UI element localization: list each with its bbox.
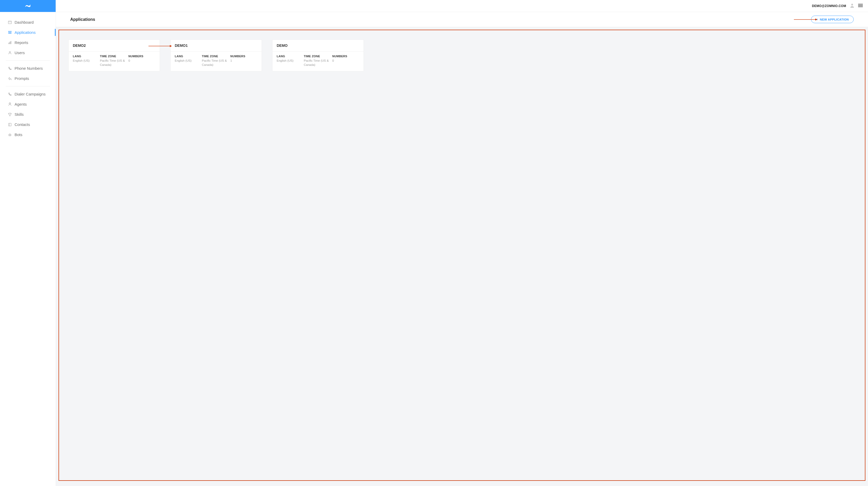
application-cards: DEMO2 LANG English (US) TIME ZONE Pacifi… bbox=[68, 39, 856, 71]
card-lang-value: English (US) bbox=[73, 59, 100, 63]
new-application-button[interactable]: + NEW APPLICATION bbox=[811, 16, 854, 23]
svg-marker-25 bbox=[170, 45, 172, 47]
svg-rect-6 bbox=[8, 33, 11, 34]
sidebar-item-label: Agents bbox=[14, 102, 27, 107]
card-title: DEMO2 bbox=[69, 40, 160, 52]
sidebar-item-label: Reports bbox=[14, 40, 28, 45]
sidebar-item-label: Dashboard bbox=[14, 20, 34, 25]
svg-point-15 bbox=[9, 135, 10, 135]
logo-bar[interactable] bbox=[0, 0, 56, 12]
sidebar-item-users[interactable]: Users bbox=[0, 48, 56, 58]
sidebar-item-reports[interactable]: Reports bbox=[0, 37, 56, 48]
user-email[interactable]: DEMO@ZOMNIO.COM bbox=[812, 4, 846, 8]
card-numbers-label: NUMBERS bbox=[128, 55, 155, 58]
sidebar-item-dialer-campaigns[interactable]: Dialer Campaigns bbox=[0, 89, 56, 99]
svg-point-11 bbox=[9, 103, 10, 104]
sidebar-item-label: Skills bbox=[14, 112, 24, 117]
application-card[interactable]: DEMO2 LANG English (US) TIME ZONE Pacifi… bbox=[68, 39, 160, 71]
svg-point-4 bbox=[11, 31, 12, 32]
annotation-arrow bbox=[149, 44, 172, 49]
card-body: LANG English (US) TIME ZONE Pacific Time… bbox=[69, 52, 160, 71]
avatar-icon[interactable] bbox=[850, 3, 855, 9]
svg-rect-8 bbox=[10, 42, 10, 44]
annotation-box bbox=[59, 30, 865, 481]
svg-point-18 bbox=[851, 4, 853, 5]
application-card[interactable]: DEMO1 LANG English (US) TIME ZONE Pacifi… bbox=[170, 39, 262, 71]
sidebar: Dashboard Applications Reports Users bbox=[0, 0, 56, 486]
application-card[interactable]: DEMO LANG English (US) TIME ZONE Pacific… bbox=[272, 39, 364, 71]
card-numbers-value: 0 bbox=[332, 59, 360, 63]
svg-rect-7 bbox=[8, 43, 9, 44]
new-application-label: NEW APPLICATION bbox=[820, 18, 849, 21]
card-lang-label: LANG bbox=[73, 55, 100, 58]
card-lang-value: English (US) bbox=[175, 59, 202, 63]
sidebar-item-label: Applications bbox=[14, 30, 36, 35]
sidebar-item-label: Bots bbox=[14, 132, 22, 137]
svg-rect-0 bbox=[8, 21, 11, 24]
card-lang-label: LANG bbox=[277, 55, 304, 58]
card-body: LANG English (US) TIME ZONE Pacific Time… bbox=[170, 52, 261, 71]
card-timezone-label: TIME ZONE bbox=[100, 55, 128, 58]
hamburger-menu-icon[interactable] bbox=[858, 4, 863, 8]
card-numbers-label: NUMBERS bbox=[230, 55, 257, 58]
card-lang-label: LANG bbox=[175, 55, 202, 58]
main: DEMO@ZOMNIO.COM Applications + NEW APPLI… bbox=[56, 0, 868, 486]
card-numbers-value: 1 bbox=[230, 59, 257, 63]
contacts-icon bbox=[8, 123, 12, 127]
trophy-icon bbox=[8, 112, 12, 117]
page-header: Applications + NEW APPLICATION bbox=[56, 12, 868, 27]
bots-icon bbox=[8, 133, 12, 137]
page-title: Applications bbox=[70, 17, 95, 22]
card-timezone-label: TIME ZONE bbox=[202, 55, 230, 58]
sidebar-item-dashboard[interactable]: Dashboard bbox=[0, 17, 56, 27]
sidebar-item-skills[interactable]: Skills bbox=[0, 109, 56, 119]
prompts-icon bbox=[8, 77, 12, 81]
sidebar-nav: Dashboard Applications Reports Users bbox=[0, 12, 56, 140]
svg-rect-9 bbox=[11, 41, 11, 44]
dashboard-icon bbox=[8, 20, 12, 25]
card-timezone-label: TIME ZONE bbox=[304, 55, 332, 58]
reports-icon bbox=[8, 40, 12, 45]
card-timezone-value: Pacific Time (US & Canada) bbox=[202, 59, 230, 67]
annotation-arrow bbox=[794, 17, 817, 22]
sidebar-item-bots[interactable]: Bots bbox=[0, 129, 56, 140]
card-numbers-label: NUMBERS bbox=[332, 55, 360, 58]
sidebar-item-label: Phone Numbers bbox=[14, 66, 43, 70]
sidebar-item-applications[interactable]: Applications bbox=[0, 27, 56, 37]
nav-divider bbox=[6, 60, 50, 61]
users-icon bbox=[8, 51, 12, 55]
card-title: DEMO1 bbox=[170, 40, 261, 52]
applications-icon bbox=[8, 30, 12, 35]
svg-marker-23 bbox=[815, 19, 817, 21]
card-lang-value: English (US) bbox=[277, 59, 304, 63]
card-timezone-value: Pacific Time (US & Canada) bbox=[100, 59, 128, 67]
svg-point-10 bbox=[9, 51, 10, 53]
svg-point-3 bbox=[9, 31, 10, 32]
card-body: LANG English (US) TIME ZONE Pacific Time… bbox=[273, 52, 364, 71]
phone-icon bbox=[8, 92, 12, 96]
sidebar-item-label: Contacts bbox=[14, 122, 30, 127]
card-numbers-value: 0 bbox=[128, 59, 155, 63]
sidebar-item-agents[interactable]: Agents bbox=[0, 99, 56, 109]
topbar: DEMO@ZOMNIO.COM bbox=[56, 0, 868, 12]
svg-rect-12 bbox=[8, 123, 11, 126]
brand-logo-icon bbox=[25, 4, 31, 8]
sidebar-item-contacts[interactable]: Contacts bbox=[0, 119, 56, 129]
sidebar-item-prompts[interactable]: Prompts bbox=[0, 73, 56, 84]
sidebar-item-label: Users bbox=[14, 51, 25, 55]
sidebar-item-label: Dialer Campaigns bbox=[14, 92, 45, 96]
card-title: DEMO bbox=[273, 40, 364, 52]
phone-icon bbox=[8, 66, 12, 70]
sidebar-item-label: Prompts bbox=[14, 76, 29, 81]
content-area: DEMO2 LANG English (US) TIME ZONE Pacifi… bbox=[56, 27, 868, 486]
sidebar-item-phone-numbers[interactable]: Phone Numbers bbox=[0, 63, 56, 73]
agents-icon bbox=[8, 102, 12, 107]
card-timezone-value: Pacific Time (US & Canada) bbox=[304, 59, 332, 67]
svg-rect-5 bbox=[8, 32, 11, 33]
svg-point-2 bbox=[8, 31, 9, 32]
svg-point-16 bbox=[10, 135, 11, 135]
